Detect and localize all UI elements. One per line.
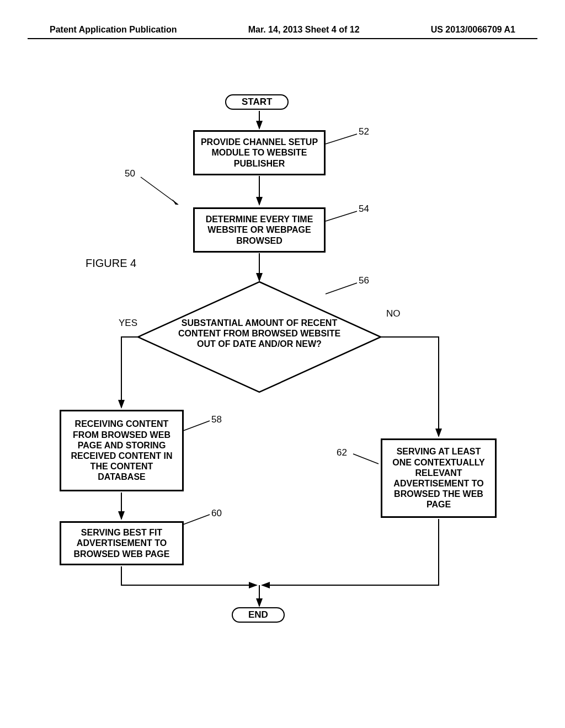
end-label: END	[248, 609, 268, 620]
start-label: START	[242, 97, 272, 108]
svg-line-13	[141, 177, 178, 205]
svg-line-7	[326, 134, 357, 144]
figure-caption: FIGURE 4	[86, 257, 136, 270]
process-52: PROVIDE CHANNEL SETUP MODULE TO WEBSITE …	[193, 130, 326, 175]
hdr-right: US 2013/0066709 A1	[431, 25, 515, 35]
process-62-text: SERVING AT LEAST ONE CONTEXTUALLY RELEVA…	[387, 446, 491, 510]
svg-line-9	[326, 283, 357, 294]
terminator-end: END	[232, 607, 285, 623]
decision-56: SUBSTANTIAL AMOUNT OF RECENT CONTENT FRO…	[177, 318, 342, 350]
hdr-mid: Mar. 14, 2013 Sheet 4 of 12	[248, 25, 360, 35]
flowchart: START PROVIDE CHANNEL SETUP MODULE TO WE…	[28, 39, 537, 646]
ref-50: 50	[125, 168, 135, 179]
svg-line-8	[326, 211, 357, 221]
svg-marker-14	[172, 199, 178, 205]
process-58: RECEIVING CONTENT FROM BROWSED WEB PAGE …	[60, 410, 184, 491]
process-62: SERVING AT LEAST ONE CONTEXTUALLY RELEVA…	[381, 438, 497, 518]
process-58-text: RECEIVING CONTENT FROM BROWSED WEB PAGE …	[66, 419, 178, 482]
process-60: SERVING BEST FIT ADVERTISEMENT TO BROWSE…	[60, 521, 184, 565]
ref-54: 54	[359, 204, 369, 215]
process-54: DETERMINE EVERY TIME WEBSITE OR WEBPAGE …	[193, 207, 326, 253]
page-header: Patent Application Publication Mar. 14, …	[28, 25, 537, 39]
terminator-start: START	[225, 94, 289, 110]
process-54-text: DETERMINE EVERY TIME WEBSITE OR WEBPAGE …	[199, 214, 319, 246]
svg-line-11	[183, 515, 210, 524]
ref-60: 60	[211, 508, 222, 519]
ref-56: 56	[359, 275, 369, 286]
ref-62: 62	[337, 447, 347, 458]
ref-58: 58	[211, 414, 222, 425]
process-52-text: PROVIDE CHANNEL SETUP MODULE TO WEBSITE …	[199, 137, 319, 169]
branch-yes: YES	[119, 318, 137, 329]
decision-56-text: SUBSTANTIAL AMOUNT OF RECENT CONTENT FRO…	[178, 318, 340, 349]
hdr-left: Patent Application Publication	[50, 25, 177, 35]
process-60-text: SERVING BEST FIT ADVERTISEMENT TO BROWSE…	[66, 527, 178, 559]
svg-line-12	[353, 454, 379, 464]
svg-line-10	[183, 421, 210, 431]
branch-no: NO	[386, 308, 401, 319]
ref-52: 52	[359, 126, 369, 137]
